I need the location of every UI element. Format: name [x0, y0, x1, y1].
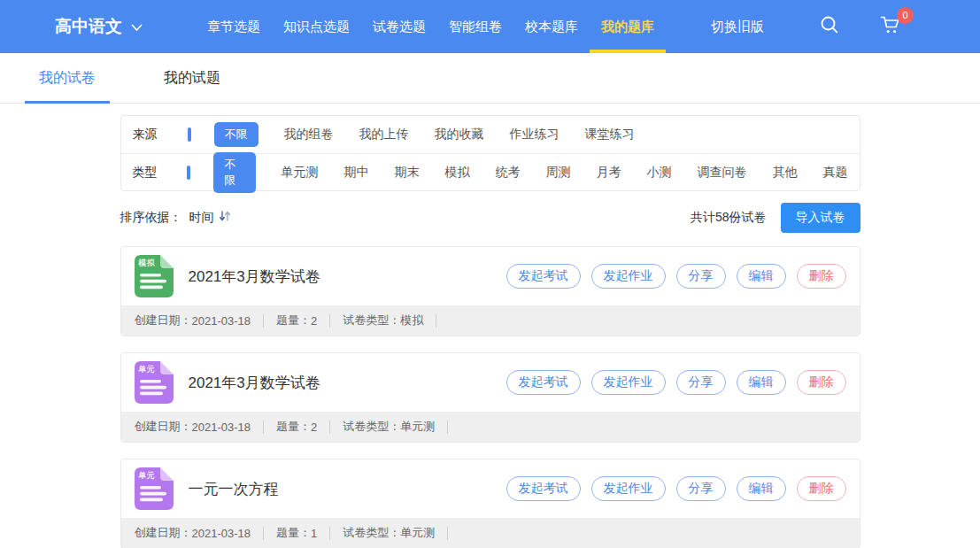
edit-button[interactable]: 编辑: [737, 370, 786, 395]
assign-homework-button[interactable]: 发起作业: [591, 370, 666, 395]
question-count-value: 2: [311, 421, 317, 434]
filter-type-label: 类型: [133, 165, 165, 181]
question-count-label: 题量：: [276, 313, 311, 328]
filter-type-option-other[interactable]: 其他: [773, 165, 798, 181]
nav-item-school-bank[interactable]: 校本题库: [513, 0, 590, 53]
meta-separator: [329, 314, 330, 328]
nav-item-paper-select[interactable]: 试卷选题: [361, 0, 437, 53]
paper-card-body: 单元 一元一次方程 发起考试 发起作业 分享 编辑 删除: [121, 459, 860, 518]
subject-dropdown-label: 高中语文: [55, 15, 122, 38]
created-date-value: 2021-03-18: [192, 314, 251, 328]
paper-actions: 发起考试 发起作业 分享 编辑 删除: [506, 264, 846, 289]
filter-row-type: 类型 不限 单元测 期中 期末 模拟 统考 周测 月考 小测 调查问卷 其他 真…: [121, 153, 860, 190]
filter-type-option-midterm[interactable]: 期中: [344, 165, 369, 181]
filter-source-option-classwork[interactable]: 课堂练习: [585, 127, 635, 143]
filter-panel: 来源 不限 我的组卷 我的上传 我的收藏 作业练习 课堂练习 类型 不限 单元测…: [120, 115, 860, 191]
tab-bar: 我的试卷 我的试题: [0, 53, 980, 104]
meta-separator: [329, 421, 330, 434]
paper-meta: 创建日期： 2021-03-18 题量： 1 试卷类型： 单元测: [121, 518, 860, 548]
sort-arrows-icon: [219, 210, 231, 226]
delete-button[interactable]: 删除: [797, 476, 846, 501]
nav-item-chapter-select[interactable]: 章节选题: [196, 0, 272, 53]
question-count-label: 题量：: [276, 419, 311, 435]
paper-doc-icon: 单元: [135, 467, 174, 510]
nav-item-my-bank[interactable]: 我的题库: [590, 0, 666, 53]
tab-my-papers[interactable]: 我的试卷: [25, 53, 110, 103]
share-button[interactable]: 分享: [676, 370, 726, 395]
start-exam-button[interactable]: 发起考试: [506, 264, 581, 289]
filter-divider-bar: [187, 166, 190, 180]
chevron-down-icon: [131, 17, 143, 36]
paper-meta: 创建日期： 2021-03-18 题量： 2 试卷类型： 单元测: [121, 412, 860, 442]
question-count-value: 1: [311, 527, 317, 540]
paper-card: 模拟 2021年3月数学试卷 发起考试 发起作业 分享 编辑 删除 创建日期： …: [120, 246, 860, 336]
start-exam-button[interactable]: 发起考试: [506, 476, 581, 501]
delete-button[interactable]: 删除: [797, 370, 846, 395]
paper-title[interactable]: 一元一次方程: [189, 479, 279, 499]
created-date-value: 2021-03-18: [192, 527, 251, 540]
import-paper-button[interactable]: 导入试卷: [781, 203, 860, 233]
sort-value: 时间: [189, 210, 214, 226]
filter-source-option-my-compose[interactable]: 我的组卷: [284, 127, 334, 143]
filter-source-option-homework[interactable]: 作业练习: [510, 127, 559, 143]
assign-homework-button[interactable]: 发起作业: [591, 476, 666, 501]
filter-type-option-monthly[interactable]: 月考: [597, 165, 621, 181]
filter-row-source: 来源 不限 我的组卷 我的上传 我的收藏 作业练习 课堂练习: [121, 116, 860, 153]
paper-card: 单元 2021年3月数学试卷 发起考试 发起作业 分享 编辑 删除 创建日期： …: [120, 352, 860, 443]
list-toolbar: 排序依据： 时间 共计58份试卷 导入试卷: [120, 203, 860, 233]
subject-dropdown[interactable]: 高中语文: [55, 15, 143, 38]
filter-divider-bar: [188, 127, 191, 142]
assign-homework-button[interactable]: 发起作业: [591, 264, 666, 289]
paper-actions: 发起考试 发起作业 分享 编辑 删除: [506, 370, 846, 395]
filter-type-option-final[interactable]: 期末: [395, 165, 420, 181]
main-content: 来源 不限 我的组卷 我的上传 我的收藏 作业练习 课堂练习 类型 不限 单元测…: [120, 115, 860, 548]
paper-card-body: 模拟 2021年3月数学试卷 发起考试 发起作业 分享 编辑 删除: [121, 247, 860, 305]
filter-type-option-quiz[interactable]: 小测: [647, 165, 672, 181]
nav-item-switch-old-version[interactable]: 切换旧版: [699, 0, 776, 53]
cart-button[interactable]: 0: [880, 15, 902, 39]
meta-separator: [263, 421, 264, 434]
search-icon: [820, 15, 839, 38]
paper-title[interactable]: 2021年3月数学试卷: [189, 266, 320, 287]
paper-type-value: 单元测: [400, 419, 435, 435]
filter-type-option-survey[interactable]: 调查问卷: [698, 165, 747, 181]
paper-card-body: 单元 2021年3月数学试卷 发起考试 发起作业 分享 编辑 删除: [121, 353, 860, 412]
meta-separator: [447, 421, 448, 434]
meta-separator: [436, 314, 436, 328]
nav-item-knowledge-select[interactable]: 知识点选题: [272, 0, 361, 53]
start-exam-button[interactable]: 发起考试: [506, 370, 581, 395]
delete-button[interactable]: 删除: [797, 264, 846, 289]
svg-text:单元: 单元: [137, 471, 154, 480]
filter-source-option-unlimited[interactable]: 不限: [214, 122, 259, 147]
edit-button[interactable]: 编辑: [737, 264, 786, 289]
filter-type-option-mock[interactable]: 模拟: [445, 165, 470, 181]
meta-separator: [329, 527, 330, 540]
filter-source-option-my-favorites[interactable]: 我的收藏: [435, 127, 484, 143]
share-button[interactable]: 分享: [676, 264, 726, 289]
paper-meta: 创建日期： 2021-03-18 题量： 2 试卷类型： 模拟: [121, 305, 860, 336]
filter-type-option-real-exam[interactable]: 真题: [823, 165, 848, 181]
svg-text:模拟: 模拟: [137, 259, 155, 267]
question-count-label: 题量：: [276, 525, 311, 541]
tab-my-questions[interactable]: 我的试题: [150, 53, 235, 103]
filter-source-options: 不限 我的组卷 我的上传 我的收藏 作业练习 课堂练习: [214, 122, 635, 147]
filter-type-option-unit-test[interactable]: 单元测: [282, 165, 319, 181]
sort-by-time-control[interactable]: 时间: [189, 210, 231, 226]
main-nav: 章节选题 知识点选题 试卷选题 智能组卷 校本题库 我的题库 切换旧版: [196, 0, 776, 53]
edit-button[interactable]: 编辑: [737, 476, 786, 501]
created-date-value: 2021-03-18: [192, 421, 251, 434]
search-button[interactable]: [820, 15, 839, 38]
filter-type-option-unlimited[interactable]: 不限: [213, 152, 255, 193]
top-navbar: 高中语文 章节选题 知识点选题 试卷选题 智能组卷 校本题库 我的题库 切换旧版…: [0, 0, 980, 53]
question-count-value: 2: [311, 314, 317, 328]
filter-type-option-unified[interactable]: 统考: [496, 165, 521, 181]
total-papers-count: 共计58份试卷: [691, 210, 767, 226]
filter-source-option-my-upload[interactable]: 我的上传: [359, 127, 409, 143]
share-button[interactable]: 分享: [676, 476, 726, 501]
paper-title[interactable]: 2021年3月数学试卷: [189, 373, 320, 393]
filter-type-option-weekly[interactable]: 周测: [546, 165, 571, 181]
nav-item-smart-compose[interactable]: 智能组卷: [437, 0, 513, 53]
meta-separator: [263, 314, 264, 328]
cart-count-badge: 0: [897, 7, 914, 24]
created-date-label: 创建日期：: [135, 313, 192, 328]
